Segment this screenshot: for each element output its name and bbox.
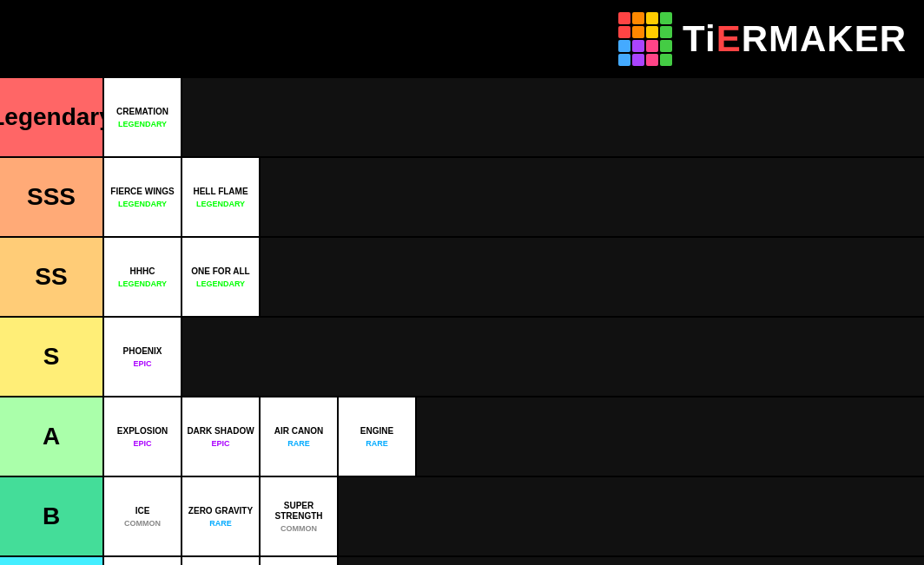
tier-label-a: A xyxy=(0,397,104,476)
item-name: ENGINE xyxy=(360,426,393,437)
item-name: HHHC xyxy=(130,266,155,277)
item-rarity: EPIC xyxy=(133,359,151,368)
tier-row-sss: SSSFIERCE WINGSLEGENDARYHELL FLAMELEGEND… xyxy=(0,158,924,238)
tier-row-legendary: LegendaryCREMATIONLEGENDARY xyxy=(0,78,924,158)
tier-items-b: ICECOMMONZERO GRAVITYRARESUPER STRENGTHC… xyxy=(104,477,924,555)
tier-item-ss-0[interactable]: HHHCLEGENDARY xyxy=(104,238,182,316)
item-rarity: LEGENDARY xyxy=(118,120,167,128)
item-rarity: RARE xyxy=(366,439,388,448)
logo-grid xyxy=(618,12,672,66)
item-name: PHOENIX xyxy=(122,346,162,357)
item-rarity: RARE xyxy=(287,439,310,448)
item-name: DARK SHADOW xyxy=(187,426,254,437)
tier-item-a-0[interactable]: EXPLOSIONEPIC xyxy=(104,397,182,476)
item-name: HELL FLAME xyxy=(193,187,248,197)
tier-empty-sss xyxy=(261,158,924,236)
item-name: SUPER STRENGTH xyxy=(264,501,333,522)
item-name: AIR CANON xyxy=(274,426,324,437)
item-rarity: LEGENDARY xyxy=(118,200,167,208)
tier-items-c: SHOCK ABSORBCOMMONINVISIBILITYCOMMONSUPE… xyxy=(104,557,924,565)
item-rarity: COMMON xyxy=(124,519,161,528)
item-rarity: COMMON xyxy=(280,524,317,533)
tier-label-c: C xyxy=(0,557,104,565)
tier-items-s: PHOENIXEPIC xyxy=(104,318,924,396)
item-rarity: EPIC xyxy=(133,439,151,448)
tier-item-sss-1[interactable]: HELL FLAMELEGENDARY xyxy=(182,158,261,236)
tier-container: LegendaryCREMATIONLEGENDARYSSSFIERCE WIN… xyxy=(0,78,924,565)
tier-row-s: SPHOENIXEPIC xyxy=(0,318,924,397)
logo-text: TiERMAKER xyxy=(683,18,907,60)
tier-empty-legendary xyxy=(182,78,924,156)
tier-items-ss: HHHCLEGENDARYONE FOR ALLLEGENDARY xyxy=(104,238,924,316)
tier-item-c-1[interactable]: INVISIBILITYCOMMON xyxy=(182,557,261,565)
item-name: ONE FOR ALL xyxy=(191,266,249,277)
tier-row-b: BICECOMMONZERO GRAVITYRARESUPER STRENGTH… xyxy=(0,477,924,557)
item-name: EXPLOSION xyxy=(117,426,168,437)
tier-empty-b xyxy=(339,477,924,555)
tier-empty-s xyxy=(182,318,924,396)
tier-item-s-0[interactable]: PHOENIXEPIC xyxy=(104,318,182,396)
tier-empty-c xyxy=(339,557,924,565)
item-name: ICE xyxy=(135,506,150,516)
tier-item-a-3[interactable]: ENGINERARE xyxy=(339,397,417,476)
tier-label-legendary: Legendary xyxy=(0,78,104,156)
tier-row-c: CSHOCK ABSORBCOMMONINVISIBILITYCOMMONSUP… xyxy=(0,557,924,565)
tier-items-a: EXPLOSIONEPICDARK SHADOWEPICAIR CANONRAR… xyxy=(104,397,924,476)
tier-empty-a xyxy=(417,397,924,476)
item-name: CREMATION xyxy=(116,107,168,117)
tier-item-a-1[interactable]: DARK SHADOWEPIC xyxy=(182,397,261,476)
tier-label-sss: SSS xyxy=(0,158,104,236)
tier-item-legendary-0[interactable]: CREMATIONLEGENDARY xyxy=(104,78,182,156)
item-rarity: EPIC xyxy=(211,439,229,448)
tier-item-b-1[interactable]: ZERO GRAVITYRARE xyxy=(182,477,261,555)
item-name: FIERCE WINGS xyxy=(110,187,174,197)
tier-item-sss-0[interactable]: FIERCE WINGSLEGENDARY xyxy=(104,158,182,236)
header: TiERMAKER xyxy=(0,0,924,78)
tier-row-a: AEXPLOSIONEPICDARK SHADOWEPICAIR CANONRA… xyxy=(0,397,924,477)
tier-label-s: S xyxy=(0,318,104,396)
tier-label-b: B xyxy=(0,477,104,555)
tier-item-c-2[interactable]: SUPER REGENCOMMON xyxy=(261,557,339,565)
tier-item-ss-1[interactable]: ONE FOR ALLLEGENDARY xyxy=(182,238,261,316)
item-rarity: RARE xyxy=(209,519,232,528)
item-rarity: LEGENDARY xyxy=(196,279,245,288)
tier-empty-ss xyxy=(261,238,924,316)
tier-item-a-2[interactable]: AIR CANONRARE xyxy=(261,397,339,476)
item-rarity: LEGENDARY xyxy=(118,279,167,288)
tier-items-legendary: CREMATIONLEGENDARY xyxy=(104,78,924,156)
tier-item-b-2[interactable]: SUPER STRENGTHCOMMON xyxy=(261,477,339,555)
tier-item-c-0[interactable]: SHOCK ABSORBCOMMON xyxy=(104,557,182,565)
item-name: ZERO GRAVITY xyxy=(188,506,253,516)
tier-items-sss: FIERCE WINGSLEGENDARYHELL FLAMELEGENDARY xyxy=(104,158,924,236)
tier-row-ss: SSHHHCLEGENDARYONE FOR ALLLEGENDARY xyxy=(0,238,924,318)
tier-label-ss: SS xyxy=(0,238,104,316)
item-rarity: LEGENDARY xyxy=(196,200,245,208)
tier-item-b-0[interactable]: ICECOMMON xyxy=(104,477,182,555)
tiermaker-logo: TiERMAKER xyxy=(618,12,907,66)
